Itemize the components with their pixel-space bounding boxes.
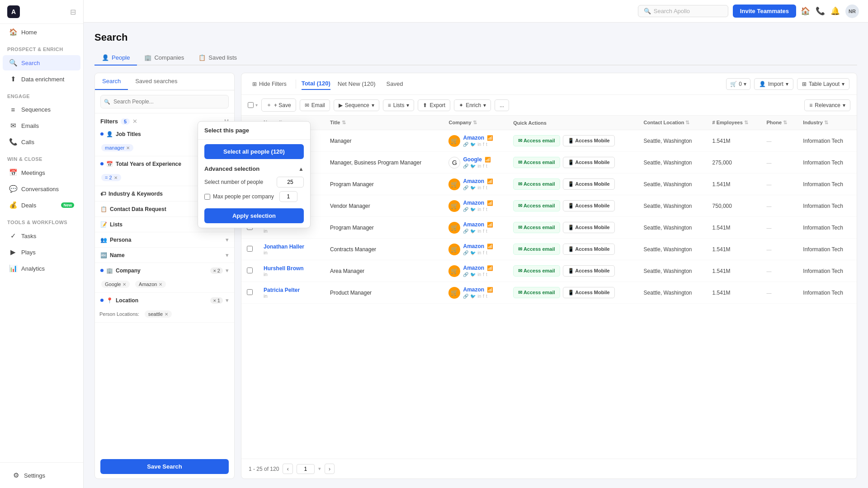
sidebar-item-home[interactable]: 🏠 Home [3,24,80,40]
select-all-button[interactable]: Select all people (120) [204,144,304,159]
filter-group-persona-header[interactable]: 👥 Persona ▾ [95,232,234,247]
col-phone[interactable]: Phone ⇅ [761,116,798,130]
app-logo[interactable]: A [7,5,20,18]
apply-selection-button[interactable]: Apply selection [204,208,304,223]
twitter2-icon[interactable]: t [486,185,487,190]
user-avatar[interactable]: NR [845,5,859,18]
facebook-icon[interactable]: f [483,294,484,299]
facebook-icon[interactable]: f [483,229,484,234]
sidebar-item-deals[interactable]: 💰 Deals New [3,197,80,213]
linkedin-icon[interactable]: in [477,229,481,234]
row-checkbox[interactable] [247,289,253,295]
page-number-input[interactable] [297,464,315,474]
linkedin-icon[interactable]: in [477,164,481,169]
twitter2-icon[interactable]: t [486,272,487,277]
twitter2-icon[interactable]: t [486,294,487,299]
filters-clear-icon[interactable]: ✕ [132,118,137,125]
twitter-icon[interactable]: 🐦 [470,272,476,277]
export-button[interactable]: ⬆ Export [418,99,450,111]
pagination-next[interactable]: › [325,464,335,474]
access-email-button[interactable]: ✉ Access email [513,265,560,277]
filter-tag-manager-remove[interactable]: ✕ [126,145,130,150]
bell-icon[interactable]: 🔔 [830,6,840,16]
advanced-selection-header[interactable]: Advanced selection ▲ [204,165,304,172]
link-icon[interactable]: 🔗 [463,142,468,147]
house-icon[interactable]: 🏠 [801,6,810,16]
left-tab-search[interactable]: Search [95,73,128,90]
access-mobile-button[interactable]: 📱 Access Mobile [563,244,615,255]
col-title[interactable]: Title ⇅ [325,116,443,130]
save-button[interactable]: ＋ + Save [261,99,296,112]
twitter-icon[interactable]: 🐦 [470,229,476,234]
link-icon[interactable]: 🔗 [463,229,468,234]
pagination-prev[interactable]: ‹ [283,464,292,474]
col-location[interactable]: Contact Location ⇅ [638,116,707,130]
twitter2-icon[interactable]: t [486,207,487,212]
link-icon[interactable]: 🔗 [463,272,468,277]
sidebar-item-analytics[interactable]: 📊 Analytics [3,261,80,276]
saved-tab[interactable]: Saved [383,78,407,89]
access-email-button[interactable]: ✉ Access email [513,287,560,298]
access-mobile-button[interactable]: 📱 Access Mobile [563,200,615,211]
row-checkbox[interactable] [247,246,253,252]
row-person-name[interactable]: Jonathan Haller [264,244,319,250]
sidebar-item-data-enrichment[interactable]: ⬆ Data enrichment [3,71,80,87]
link-icon[interactable]: 🔗 [463,294,468,299]
twitter2-icon[interactable]: t [486,229,487,234]
access-email-button[interactable]: ✉ Access email [513,244,560,255]
link-icon[interactable]: 🔗 [463,185,468,190]
sidebar-item-search[interactable]: 🔍 Search [3,55,80,70]
twitter2-icon[interactable]: t [486,142,487,147]
cart-button[interactable]: 🛒 0 ▾ [726,78,750,90]
sidebar-collapse-icon[interactable]: ⊟ [70,8,76,16]
tab-companies[interactable]: 🏢 Companies [137,51,191,66]
sidebar-item-emails[interactable]: ✉ Emails [3,118,80,133]
more-button[interactable]: ... [495,99,509,111]
max-per-company-input[interactable] [279,191,297,202]
sidebar-item-plays[interactable]: ▶ Plays [3,244,80,260]
access-email-button[interactable]: ✉ Access email [513,135,560,146]
link-icon[interactable]: 🔗 [463,164,468,169]
row-company-name[interactable]: Amazon 📶 [463,243,493,249]
phone-icon[interactable]: 📞 [816,6,825,16]
access-mobile-button[interactable]: 📱 Access Mobile [563,135,615,146]
twitter2-icon[interactable]: t [486,250,487,255]
sidebar-item-settings[interactable]: ⚙ Settings [5,468,78,483]
filter-tag-seattle-remove[interactable]: ✕ [165,312,168,317]
access-email-button[interactable]: ✉ Access email [513,178,560,190]
twitter2-icon[interactable]: t [486,164,487,169]
twitter-icon[interactable]: 🐦 [470,185,476,190]
access-mobile-button[interactable]: 📱 Access Mobile [563,287,615,298]
invite-teammates-button[interactable]: Invite Teammates [733,5,796,18]
people-search-input[interactable] [100,95,229,108]
twitter-icon[interactable]: 🐦 [470,142,476,147]
sidebar-item-conversations[interactable]: 💬 Conversations [3,181,80,197]
relevance-button[interactable]: ≡ Relevance ▾ [804,99,850,111]
access-email-button[interactable]: ✉ Access email [513,222,560,233]
twitter-icon[interactable]: 🐦 [470,250,476,255]
col-industry[interactable]: Industry ⇅ [797,116,857,130]
facebook-icon[interactable]: f [483,272,484,277]
sequence-button[interactable]: ▶ Sequence ▾ [334,99,379,111]
row-company-name[interactable]: Amazon 📶 [463,265,493,271]
row-company-name[interactable]: Google 📶 [463,156,491,163]
linkedin-icon[interactable]: in [477,207,481,212]
save-search-button[interactable]: Save Search [100,459,229,474]
facebook-icon[interactable]: f [483,164,484,169]
filter-group-name-header[interactable]: 🔤 Name ▾ [95,248,234,263]
filter-group-company-header[interactable]: 🏢 Company × 2 ▾ [95,263,234,278]
link-icon[interactable]: 🔗 [463,250,468,255]
twitter-icon[interactable]: 🐦 [470,294,476,299]
col-employees[interactable]: # Employees ⇅ [707,116,761,130]
row-company-name[interactable]: Amazon 📶 [463,221,493,228]
link-icon[interactable]: 🔗 [463,207,468,212]
left-tab-saved-searches[interactable]: Saved searches [128,73,184,90]
filter-tag-google-remove[interactable]: ✕ [123,282,126,287]
linkedin-icon[interactable]: in [477,250,481,255]
twitter-icon[interactable]: 🐦 [470,164,476,169]
sidebar-item-meetings[interactable]: 📅 Meetings [3,165,80,180]
filter-group-location-header[interactable]: 📍 Location × 1 ▾ [95,293,234,308]
linkedin-icon[interactable]: in [477,272,481,277]
access-email-button[interactable]: ✉ Access email [513,157,560,168]
hide-filters-button[interactable]: ⊞ Hide Filters [249,79,290,89]
